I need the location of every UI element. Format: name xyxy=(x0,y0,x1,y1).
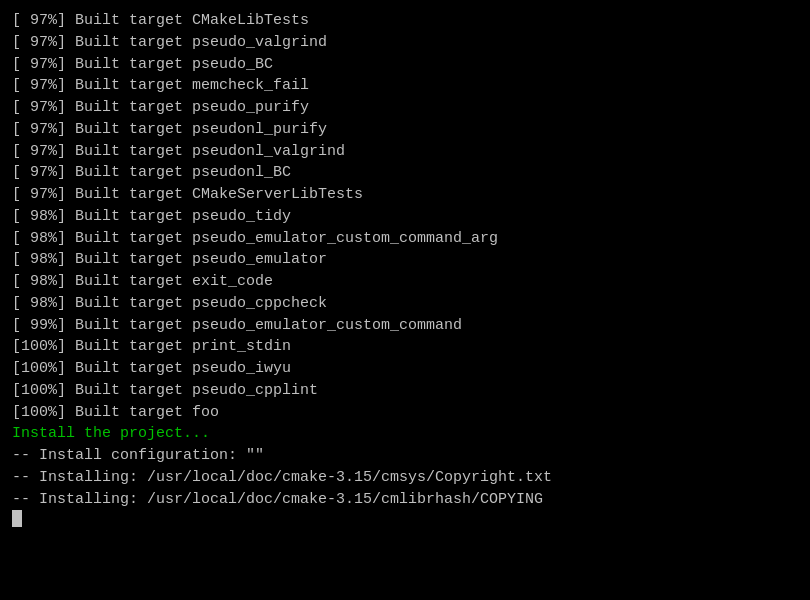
terminal-line: [ 97%] Built target CMakeServerLibTests xyxy=(12,184,798,206)
terminal-line: [ 97%] Built target pseudo_BC xyxy=(12,54,798,76)
terminal-line: [ 97%] Built target memcheck_fail xyxy=(12,75,798,97)
terminal-line: [ 97%] Built target CMakeLibTests xyxy=(12,10,798,32)
terminal-line: [ 98%] Built target pseudo_emulator xyxy=(12,249,798,271)
terminal-line: [100%] Built target print_stdin xyxy=(12,336,798,358)
terminal-line: -- Install configuration: "" xyxy=(12,445,798,467)
terminal-line: [100%] Built target foo xyxy=(12,402,798,424)
terminal-line: -- Installing: /usr/local/doc/cmake-3.15… xyxy=(12,467,798,489)
terminal-line: [ 97%] Built target pseudo_valgrind xyxy=(12,32,798,54)
terminal-line: [ 98%] Built target exit_code xyxy=(12,271,798,293)
terminal-window: [ 97%] Built target CMakeLibTests[ 97%] … xyxy=(0,0,810,600)
terminal-line: -- Installing: /usr/local/doc/cmake-3.15… xyxy=(12,489,798,511)
terminal-line: [ 98%] Built target pseudo_cppcheck xyxy=(12,293,798,315)
terminal-line: [ 97%] Built target pseudonl_valgrind xyxy=(12,141,798,163)
terminal-line: [100%] Built target pseudo_cpplint xyxy=(12,380,798,402)
terminal-line: [ 98%] Built target pseudo_tidy xyxy=(12,206,798,228)
terminal-cursor-line xyxy=(12,510,798,527)
terminal-line: [ 97%] Built target pseudo_purify xyxy=(12,97,798,119)
terminal-line: [100%] Built target pseudo_iwyu xyxy=(12,358,798,380)
terminal-line: Install the project... xyxy=(12,423,798,445)
terminal-cursor xyxy=(12,510,22,527)
terminal-line: [ 99%] Built target pseudo_emulator_cust… xyxy=(12,315,798,337)
terminal-line: [ 97%] Built target pseudonl_purify xyxy=(12,119,798,141)
terminal-line: [ 98%] Built target pseudo_emulator_cust… xyxy=(12,228,798,250)
terminal-line: [ 97%] Built target pseudonl_BC xyxy=(12,162,798,184)
